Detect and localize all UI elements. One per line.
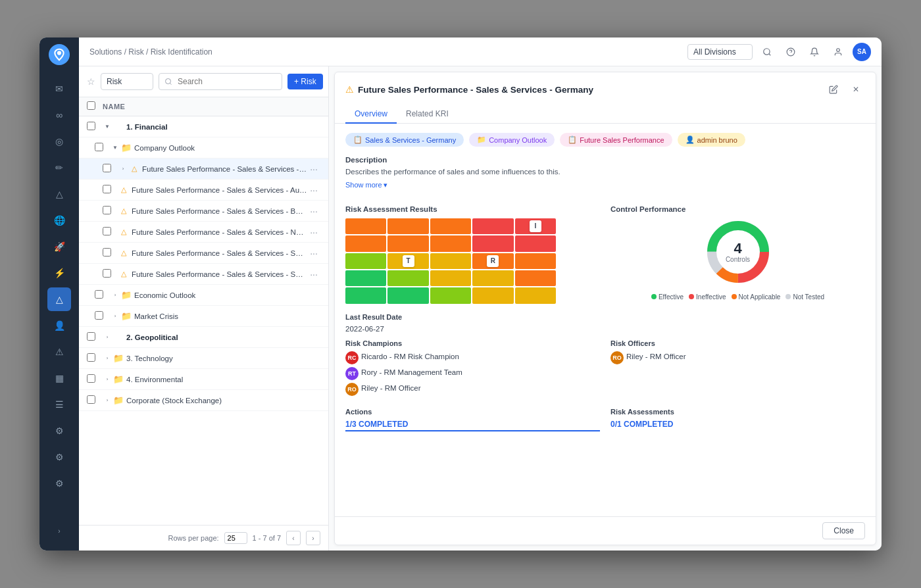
tag-admin[interactable]: 👤 admin bruno [678,133,745,147]
actions-section: Actions 1/3 COMPLETED [345,408,600,431]
list-item[interactable]: △ Future Sales Performance - Sales & Ser… [79,264,328,285]
row-checkbox[interactable] [87,395,95,404]
list-item[interactable]: △ Future Sales Performance - Sales & Ser… [79,243,328,264]
officer-name-1: Riley - RM Officer [626,353,686,360]
help-icon[interactable] [782,43,800,61]
champion-name-3: Riley - RM Officer [361,384,421,392]
row-checkbox[interactable] [95,143,103,151]
assessments-value-link[interactable]: 0/1 COMPLETED [610,420,673,429]
row-checkbox[interactable] [103,269,111,278]
row-checkbox[interactable] [95,311,103,320]
close-icon[interactable]: ✕ [847,80,865,99]
toggle-icon[interactable]: › [103,375,112,384]
add-risk-button[interactable]: + Risk [287,74,323,89]
target-icon[interactable]: ◎ [47,130,71,153]
more-options-icon[interactable]: ··· [307,247,320,260]
row-checkbox[interactable] [87,122,95,130]
toggle-icon[interactable]: › [103,354,112,363]
warning-icon[interactable]: ⚠ [47,340,71,364]
toggle-icon[interactable]: ▼ [103,122,112,132]
list-item[interactable]: › 📁 4. Environmental [79,369,328,390]
toggle-icon[interactable]: › [111,291,120,300]
tab-overview[interactable]: Overview [345,105,397,124]
risk-icon: △ [118,269,129,280]
people-icon[interactable]: 👤 [47,314,71,337]
type-filter[interactable]: Risk [101,73,153,90]
user-icon[interactable] [829,43,847,61]
list-item[interactable]: ▼ 1. Financial [79,116,328,137]
sidebar-nav: ✉ ∞ ◎ ✏ △ 🌐 🚀 ⚡ △ 👤 ⚠ ▦ ☰ ⚙ ⚙ ⚙ › [39,37,79,551]
row-checkbox[interactable] [87,374,95,383]
tag-sales-services[interactable]: 📋 Sales & Services - Germany [345,133,464,147]
champion-row: RC Ricardo - RM Risk Champion [345,351,600,364]
champion-row: RT Rory - RM Management Team [345,367,600,380]
show-more-button[interactable]: Show more ▾ [345,181,387,189]
search-icon[interactable] [758,43,776,61]
list-item[interactable]: ▼ 📁 Company Outlook [79,137,328,159]
mail-icon[interactable]: ✉ [47,77,71,101]
rows-per-page-select[interactable]: 25 50 [224,532,247,544]
tab-related-kri[interactable]: Related KRI [397,105,458,124]
triangle-icon[interactable]: △ [47,182,71,206]
settings1-icon[interactable]: ⚙ [47,419,71,443]
row-checkbox[interactable] [87,353,95,362]
list-item[interactable]: › 2. Geopolitical [79,327,328,348]
actions-value-link[interactable]: 1/3 COMPLETED [345,420,408,429]
toggle-icon[interactable]: › [103,396,112,405]
row-checkbox[interactable] [87,332,95,341]
more-options-icon[interactable]: ··· [307,184,320,197]
more-options-icon[interactable]: ··· [307,162,320,176]
list-item[interactable]: › △ Future Sales Performance - Sales & S… [79,159,328,180]
row-checkbox[interactable] [103,227,111,235]
next-page-button[interactable]: › [306,531,320,545]
division-select[interactable]: All Divisions [687,44,753,60]
breadcrumb: Solutions / Risk / Risk Identification [89,47,682,57]
list-item[interactable]: △ Future Sales Performance - Sales & Ser… [79,180,328,201]
search-input[interactable] [159,73,282,90]
rocket-icon[interactable]: 🚀 [47,235,71,258]
more-options-icon[interactable]: ··· [307,205,320,218]
tag-future-sales[interactable]: 📋 Future Sales Performance [560,133,672,147]
toggle-icon[interactable]: › [118,164,128,174]
edit-icon[interactable] [824,80,843,99]
app-logo[interactable] [49,44,70,65]
user-avatar[interactable]: SA [853,43,871,61]
settings2-icon[interactable]: ⚙ [47,445,71,469]
report-icon[interactable]: ☰ [47,393,71,416]
list-item[interactable]: › 📁 3. Technology [79,348,328,369]
folder-icon: 📁 [113,374,124,385]
list-item[interactable]: › 📁 Market Crisis [79,306,328,327]
row-checkbox[interactable] [95,290,103,299]
risk-nav-icon[interactable]: △ [47,287,71,311]
control-performance-label: Control Performance [610,205,865,213]
expand-icon[interactable]: › [47,519,71,543]
settings3-icon[interactable]: ⚙ [47,472,71,495]
toggle-icon[interactable]: › [111,312,120,321]
infinity-icon[interactable]: ∞ [47,103,71,127]
select-all-checkbox[interactable] [87,101,95,110]
matrix-cell-i: I [515,218,556,234]
pagination: Rows per page: 25 50 1 - 7 of 7 ‹ › [79,525,328,551]
list-item[interactable]: › 📁 Corporate (Stock Exchange) [79,390,328,411]
list-item[interactable]: › 📁 Economic Outlook [79,285,328,306]
puzzle-icon[interactable]: ⚡ [47,261,71,285]
list-item[interactable]: △ Future Sales Performance - Sales & Ser… [79,222,328,243]
pen-icon[interactable]: ✏ [47,156,71,180]
toggle-icon[interactable]: ▼ [111,143,120,153]
row-checkbox[interactable] [103,185,111,193]
prev-page-button[interactable]: ‹ [286,531,301,545]
chart-bar-icon[interactable]: ▦ [47,366,71,390]
bell-icon[interactable] [805,43,824,61]
star-button[interactable]: ☆ [87,76,95,87]
tag-company-outlook[interactable]: 📁 Company Outlook [469,133,555,147]
more-options-icon[interactable]: ··· [307,268,320,281]
toggle-icon[interactable]: › [103,333,112,342]
list-item[interactable]: △ Future Sales Performance - Sales & Ser… [79,201,328,222]
close-button[interactable]: Close [822,522,865,539]
risk-assessments-section: Risk Assessments 0/1 COMPLETED [610,408,865,431]
row-checkbox[interactable] [103,206,111,214]
row-checkbox[interactable] [103,164,111,172]
globe-icon[interactable]: 🌐 [47,208,71,232]
row-checkbox[interactable] [103,248,111,257]
more-options-icon[interactable]: ··· [307,226,320,239]
